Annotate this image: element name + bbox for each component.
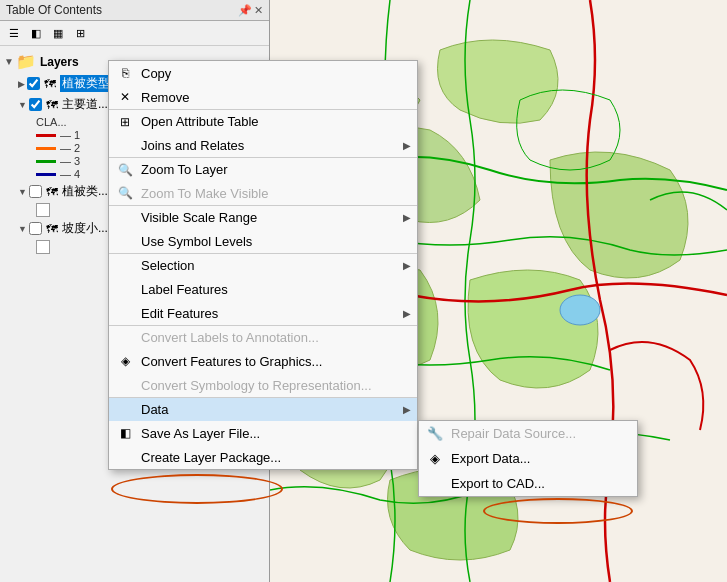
repair-icon: 🔧 (425, 424, 445, 444)
menu-label-label: Label Features (141, 282, 228, 297)
layers-section-label: Layers (40, 55, 79, 69)
menu-label-zoom: Zoom To Layer (141, 162, 227, 177)
submenu-item-export-cad[interactable]: Export to CAD... (419, 471, 637, 496)
data-arrow: ▶ (403, 404, 411, 415)
menu-item-edit-features[interactable]: Edit Features ▶ (109, 301, 417, 325)
sublayer-1-label: — 1 (60, 129, 80, 141)
layer-checkbox-2[interactable] (29, 98, 42, 111)
svg-point-1 (560, 295, 600, 325)
menu-item-create-package[interactable]: Create Layer Package... (109, 445, 417, 469)
label-icon (115, 279, 135, 299)
layer-icon-2: 🗺 (46, 98, 58, 112)
export-cad-icon (425, 474, 445, 494)
submenu-label-export-cad: Export to CAD... (451, 476, 545, 491)
layer-icon-4: 🗺 (46, 222, 58, 236)
zoom-icon: 🔍 (115, 160, 135, 180)
submenu-label-export: Export Data... (451, 451, 530, 466)
layer-expand-3: ▼ (18, 187, 27, 197)
sublayer-cla-label: CLA... (36, 116, 67, 128)
menu-label-package: Create Layer Package... (141, 450, 281, 465)
symbology-icon (115, 375, 135, 395)
menu-label-selection: Selection (141, 258, 194, 273)
layer-label-3: 植被类... (62, 183, 108, 200)
menu-label-convert-labels: Convert Labels to Annotation... (141, 330, 319, 345)
menu-item-copy[interactable]: ⎘ Copy (109, 61, 417, 85)
toc-toolbar: ☰ ◧ ▦ ⊞ (0, 21, 269, 46)
layer-checkbox-1[interactable] (27, 77, 40, 90)
menu-item-selection[interactable]: Selection ▶ (109, 253, 417, 277)
menu-label-remove: Remove (141, 90, 189, 105)
menu-item-convert-graphics[interactable]: ◈ Convert Features to Graphics... (109, 349, 417, 373)
menu-item-data[interactable]: Data ▶ (109, 397, 417, 421)
table-icon: ⊞ (115, 112, 135, 132)
joins-arrow: ▶ (403, 140, 411, 151)
menu-label-save-layer: Save As Layer File... (141, 426, 260, 441)
layer-label-2: 主要道... (62, 96, 108, 113)
symbol-icon (115, 231, 135, 251)
menu-item-label-features[interactable]: Label Features (109, 277, 417, 301)
expand-triangle: ▼ (4, 56, 14, 67)
menu-label-edit: Edit Features (141, 306, 218, 321)
toolbar-options-icon[interactable]: ⊞ (70, 23, 90, 43)
layer-checkbox-3[interactable] (29, 185, 42, 198)
legend-box-4 (36, 240, 50, 254)
menu-label-joins: Joins and Relates (141, 138, 244, 153)
menu-label-zoom-visible: Zoom To Make Visible (141, 186, 268, 201)
package-icon (115, 447, 135, 467)
menu-label-scale: Visible Scale Range (141, 210, 257, 225)
submenu-item-export[interactable]: ◈ Export Data... (419, 446, 637, 471)
context-menu: ⎘ Copy ✕ Remove ⊞ Open Attribute Table J… (108, 60, 418, 470)
scale-icon (115, 208, 135, 228)
scale-arrow: ▶ (403, 212, 411, 223)
remove-icon: ✕ (115, 87, 135, 107)
legend-line-2 (36, 147, 56, 150)
pin-icon[interactable]: 📌 (238, 4, 252, 17)
layers-folder-icon: 📁 (16, 52, 36, 71)
export-icon: ◈ (425, 449, 445, 469)
data-icon (115, 400, 135, 420)
close-icon[interactable]: ✕ (254, 4, 263, 17)
toc-title: Table Of Contents (6, 3, 102, 17)
convert-labels-icon (115, 328, 135, 348)
layer-expand-1: ▶ (18, 79, 25, 89)
toolbar-layers-icon[interactable]: ◧ (26, 23, 46, 43)
legend-line-3 (36, 160, 56, 163)
toc-titlebar: Table Of Contents 📌 ✕ (0, 0, 269, 21)
sublayer-2-label: — 2 (60, 142, 80, 154)
menu-item-save-layer[interactable]: ◧ Save As Layer File... (109, 421, 417, 445)
submenu-item-repair[interactable]: 🔧 Repair Data Source... (419, 421, 637, 446)
menu-item-symbol-levels[interactable]: Use Symbol Levels (109, 229, 417, 253)
joins-icon (115, 135, 135, 155)
menu-item-remove[interactable]: ✕ Remove (109, 85, 417, 109)
edit-arrow: ▶ (403, 308, 411, 319)
copy-icon: ⎘ (115, 63, 135, 83)
legend-line-4 (36, 173, 56, 176)
menu-label-copy: Copy (141, 66, 171, 81)
submenu-label-repair: Repair Data Source... (451, 426, 576, 441)
menu-item-zoom-layer[interactable]: 🔍 Zoom To Layer (109, 157, 417, 181)
layer-icon-1: 🗺 (44, 77, 56, 91)
menu-item-convert-labels: Convert Labels to Annotation... (109, 325, 417, 349)
toc-window-controls: 📌 ✕ (238, 4, 263, 17)
legend-line-1 (36, 134, 56, 137)
menu-item-joins[interactable]: Joins and Relates ▶ (109, 133, 417, 157)
edit-icon (115, 303, 135, 323)
data-submenu: 🔧 Repair Data Source... ◈ Export Data...… (418, 420, 638, 497)
menu-label-data: Data (141, 402, 168, 417)
sublayer-4-label: — 4 (60, 168, 80, 180)
layer-icon-3: 🗺 (46, 185, 58, 199)
menu-item-convert-symbology: Convert Symbology to Representation... (109, 373, 417, 397)
menu-label-attribute: Open Attribute Table (141, 114, 259, 129)
layer-checkbox-4[interactable] (29, 222, 42, 235)
menu-item-attribute-table[interactable]: ⊞ Open Attribute Table (109, 109, 417, 133)
toolbar-list-icon[interactable]: ☰ (4, 23, 24, 43)
menu-item-scale-range[interactable]: Visible Scale Range ▶ (109, 205, 417, 229)
selection-arrow: ▶ (403, 260, 411, 271)
menu-item-zoom-visible: 🔍 Zoom To Make Visible (109, 181, 417, 205)
toolbar-select-icon[interactable]: ▦ (48, 23, 68, 43)
layer-expand-2: ▼ (18, 100, 27, 110)
zoom-visible-icon: 🔍 (115, 183, 135, 203)
sublayer-3-label: — 3 (60, 155, 80, 167)
layer-expand-4: ▼ (18, 224, 27, 234)
save-layer-icon: ◧ (115, 423, 135, 443)
